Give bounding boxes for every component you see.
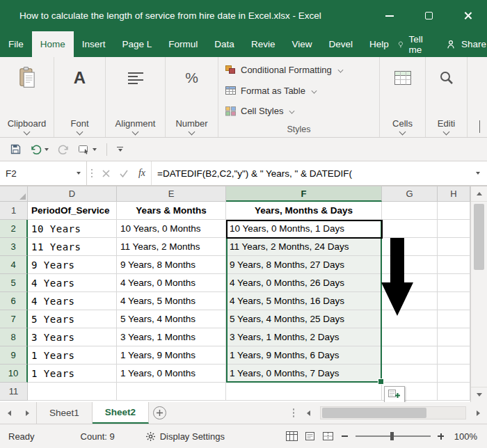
zoom-slider-thumb[interactable] [390,432,394,440]
display-settings-button[interactable]: Display Settings [145,431,225,442]
enter-entry-button[interactable] [115,161,133,185]
cancel-entry-button[interactable] [97,161,115,185]
conditional-formatting-button[interactable]: Conditional Formatting [225,61,372,79]
paste-button[interactable] [17,63,38,93]
formula-bar-expand-button[interactable] [469,161,487,185]
cell-H9[interactable] [438,346,470,365]
row-header-11[interactable]: 11 [0,383,28,401]
page-layout-view-button[interactable] [301,428,319,445]
cell-G7[interactable] [382,310,438,328]
sheet-tab-sheet1[interactable]: Sheet1 [36,402,93,424]
maximize-button[interactable] [409,0,448,31]
ribbon-tab-help[interactable]: Help [361,31,397,57]
sheetbar-splitter[interactable] [288,402,299,424]
clipboard-group-button[interactable]: Clipboard [8,118,47,134]
cells-button[interactable] [394,63,412,93]
column-header-g[interactable]: G [382,186,438,202]
fill-handle[interactable] [378,378,384,385]
hscroll-right-button[interactable] [469,402,487,424]
cell-E7[interactable]: 5 Years, 4 Months [117,310,226,328]
formula-input[interactable]: =DATEDIF(B2,C2,"y") & " Years, " & DATED… [151,161,469,185]
cell-E6[interactable]: 4 Years, 5 Months [117,292,226,310]
cell-G3[interactable] [382,238,438,256]
cell-H8[interactable] [438,328,470,346]
cell-F2[interactable]: 10 Years, 0 Months, 1 Days [226,220,382,238]
scroll-down-button[interactable] [471,387,487,402]
ribbon-tab-home[interactable]: Home [32,31,74,57]
font-button[interactable]: A [74,63,86,93]
cell-D10[interactable]: 1 Years [28,365,117,383]
vertical-scroll-thumb[interactable] [474,204,484,270]
collapse-ribbon-button[interactable] [479,120,480,133]
zoom-level[interactable]: 100% [454,431,477,442]
cell-E11[interactable] [117,383,226,401]
save-button[interactable] [7,141,24,157]
autofill-options-button[interactable] [384,386,405,402]
minimize-button[interactable] [370,0,409,31]
cell-E4[interactable]: 9 Years, 8 Months [117,256,226,274]
cell-E3[interactable]: 11 Years, 2 Months [117,238,226,256]
cell-G9[interactable] [382,346,438,365]
cell-D11[interactable] [28,383,117,401]
cell-D7[interactable]: 5 Years [28,310,117,328]
ribbon-tab-developer[interactable]: Devel [320,31,361,57]
cell-G10[interactable] [382,365,438,383]
zoom-slider[interactable] [356,435,431,437]
insert-function-button[interactable]: fx [133,161,151,185]
ribbon-tab-file[interactable]: File [0,31,32,57]
hscroll-left-button[interactable] [299,402,317,424]
cell-D4[interactable]: 9 Years [28,256,117,274]
cell-H7[interactable] [438,310,470,328]
column-header-f[interactable]: F [226,186,382,202]
close-button[interactable] [448,0,487,31]
ribbon-tab-formulas[interactable]: Formul [160,31,206,57]
cell-F5[interactable]: 4 Years, 0 Months, 26 Days [226,274,382,292]
tell-me-button[interactable]: Tell me [397,34,427,55]
cell-G5[interactable] [382,274,438,292]
number-group-button[interactable]: Number [175,118,207,134]
sheet-nav-left-button[interactable] [0,402,18,424]
cell-D9[interactable]: 1 Years [28,346,117,365]
cell-F7[interactable]: 5 Years, 4 Months, 25 Days [226,310,382,328]
cell-styles-button[interactable]: Cell Styles [225,102,372,120]
row-header-3[interactable]: 3 [0,238,28,256]
redo-button[interactable] [54,142,72,157]
cell-H10[interactable] [438,365,470,383]
cell-H5[interactable] [438,274,470,292]
ribbon-tab-review[interactable]: Revie [243,31,284,57]
formula-bar-splitter[interactable] [87,161,97,185]
vertical-scrollbar[interactable] [470,186,487,402]
sheet-nav-right-button[interactable] [18,402,36,424]
cell-G2[interactable] [382,220,438,238]
column-header-e[interactable]: E [117,186,226,202]
ribbon-tab-page-layout[interactable]: Page L [114,31,161,57]
zoom-out-button[interactable] [337,429,353,444]
cell-D1[interactable]: PeriodOf_Service [28,202,117,220]
font-group-button[interactable]: Font [70,118,88,134]
scroll-up-button[interactable] [471,186,487,202]
ribbon-tab-data[interactable]: Data [206,31,243,57]
cell-E9[interactable]: 1 Years, 9 Months [117,346,226,365]
format-as-table-button[interactable]: Format as Table [225,82,372,99]
cell-E2[interactable]: 10 Years, 0 Months [117,220,226,238]
alignment-group-button[interactable]: Alignment [115,118,156,134]
cell-D6[interactable]: 4 Years [28,292,117,310]
cell-G6[interactable] [382,292,438,310]
cell-F3[interactable]: 11 Years, 2 Months, 24 Days [226,238,382,256]
row-header-5[interactable]: 5 [0,274,28,292]
cell-H11[interactable] [438,383,470,401]
ribbon-tab-insert[interactable]: Insert [74,31,114,57]
horizontal-scroll-thumb[interactable] [322,408,426,418]
cell-E5[interactable]: 4 Years, 0 Months [117,274,226,292]
cell-H2[interactable] [438,220,470,238]
cell-E10[interactable]: 1 Years, 0 Months [117,365,226,383]
row-header-2[interactable]: 2 [0,220,28,238]
touch-mouse-mode-button[interactable] [75,142,99,157]
cell-F1[interactable]: Years, Months & Days [226,202,382,220]
undo-button[interactable] [27,142,51,157]
row-header-10[interactable]: 10 [0,365,28,383]
editing-group-button[interactable]: Editi [438,118,455,134]
cell-H3[interactable] [438,238,470,256]
row-header-7[interactable]: 7 [0,310,28,328]
sheet-tab-sheet2[interactable]: Sheet2 [93,402,149,424]
